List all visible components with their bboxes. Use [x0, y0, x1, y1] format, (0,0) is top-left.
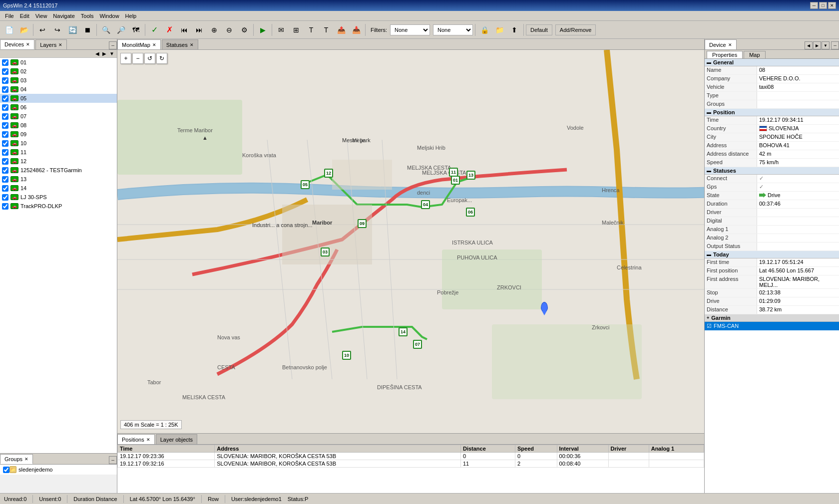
table-row[interactable]: 19.12.17 09:32:16SLOVENIJA: MARIBOR, KOR… [118, 460, 704, 468]
tab-statuses[interactable]: Statuses ✕ [162, 39, 198, 49]
maximize-button[interactable]: □ [819, 2, 827, 9]
section-statuses[interactable]: ▬Statuses [705, 167, 839, 175]
tools2-button[interactable]: ⚙ [237, 23, 251, 37]
panel-dropdown[interactable]: ▼ [108, 50, 116, 57]
close-device-tab[interactable]: ✕ [728, 42, 732, 47]
left-panel-minimize[interactable]: ─ [109, 41, 117, 49]
device-checkbox-10[interactable] [2, 140, 8, 147]
device-checkbox-06[interactable] [2, 104, 8, 111]
section-toggle[interactable]: ▬ [707, 252, 711, 257]
device-checkbox-12[interactable] [2, 158, 8, 165]
t1-button[interactable]: T [304, 23, 318, 37]
vehicle-marker-07[interactable]: 07 [413, 340, 422, 349]
minimize-button[interactable]: ─ [810, 2, 818, 9]
check-button[interactable]: ✓ [147, 23, 161, 37]
tab-layer-objects[interactable]: Layer objects [156, 434, 197, 444]
device-item-06[interactable]: 🚗 06 [0, 103, 117, 112]
tab-groups[interactable]: Groups ✕ [0, 454, 33, 464]
device-item-10[interactable]: 🚗 10 [0, 139, 117, 148]
vehicle-marker-14[interactable]: 14 [399, 327, 408, 336]
vehicle-marker-09[interactable]: 09 [358, 219, 367, 228]
vehicle-marker-04[interactable]: 04 [421, 200, 430, 209]
device-item-11[interactable]: 🚗 11 [0, 148, 117, 157]
groups-minimize[interactable]: ─ [109, 456, 117, 464]
device-checkbox-12524862[interactable] [2, 167, 8, 174]
vehicle-marker-12[interactable]: 12 [324, 169, 333, 178]
device-item-05[interactable]: 🚗 05 [0, 94, 117, 103]
group-checkbox[interactable] [3, 467, 9, 473]
rp-nav-down[interactable]: ▼ [822, 41, 830, 49]
device-item-04[interactable]: 🚗 04 [0, 85, 117, 94]
msg-button[interactable]: ✉ [274, 23, 288, 37]
import-button[interactable]: 📥 [349, 23, 363, 37]
device-item-12[interactable]: 🚗 12 [0, 157, 117, 166]
menu-window[interactable]: Window [96, 12, 122, 19]
device-item-01[interactable]: 🚗 01 [0, 58, 117, 67]
t2-button[interactable]: T [319, 23, 333, 37]
device-item-03[interactable]: 🚗 03 [0, 76, 117, 85]
tab-positions[interactable]: Positions ✕ [117, 434, 155, 444]
tab-monolitmap[interactable]: MonolitMap ✕ [117, 39, 161, 49]
play-button[interactable]: ▶ [256, 23, 270, 37]
device-checkbox-04[interactable] [2, 86, 8, 93]
close-positions-tab[interactable]: ✕ [146, 437, 150, 442]
vehicle-marker-10[interactable]: 10 [342, 351, 351, 360]
vehicle-marker-01[interactable]: 01 [451, 176, 460, 185]
device-item-12524862[interactable]: 🚗 12524862 - TESTGarmin [0, 166, 117, 175]
tab-layers[interactable]: Layers ✕ [35, 39, 67, 49]
device-item-09[interactable]: 🚗 09 [0, 130, 117, 139]
panel-nav-right[interactable]: ▶ [101, 50, 108, 57]
lock-button[interactable]: 🔒 [477, 23, 491, 37]
back2-button[interactable]: ⏮ [177, 23, 191, 37]
device-item-TrackPRO[interactable]: 🚗 TrackPRO-DLKP [0, 202, 117, 211]
refresh-button[interactable]: 🔄 [65, 23, 79, 37]
device-checkbox-11[interactable] [2, 149, 8, 156]
tab-devices[interactable]: Devices ✕ [0, 39, 34, 49]
vehicle-marker-13[interactable]: 13 [466, 171, 475, 180]
forward-button[interactable]: ↪ [50, 23, 64, 37]
menu-edit[interactable]: Edit [17, 12, 32, 19]
device-item-14[interactable]: 🚗 14 [0, 184, 117, 193]
zoom-out-button[interactable]: 🔎 [114, 23, 128, 37]
device-item-08[interactable]: 🚗 08 [0, 121, 117, 130]
section-position[interactable]: ▬Position [705, 109, 839, 116]
close-devices-tab[interactable]: ✕ [26, 42, 30, 47]
table-row[interactable]: 19.12.17 09:23:36SLOVENIJA: MARIBOR, KOR… [118, 453, 704, 460]
filter2-select[interactable]: None [433, 24, 473, 35]
menu-file[interactable]: File [2, 12, 17, 19]
subtab-properties[interactable]: Properties [707, 51, 743, 58]
section-toggle[interactable]: ▬ [707, 110, 711, 115]
device-checkbox-02[interactable] [2, 68, 8, 75]
device-checkbox-14[interactable] [2, 185, 8, 192]
rp-nav-right[interactable]: ▶ [813, 41, 821, 49]
section-general[interactable]: ▬General [705, 59, 839, 66]
vehicle-marker-06[interactable]: 06 [466, 208, 475, 217]
redo-map[interactable]: ↻ [156, 53, 167, 64]
close-layers-tab[interactable]: ✕ [58, 42, 62, 47]
stop-button[interactable]: ⏹ [80, 23, 94, 37]
zoomout2-button[interactable]: ⊖ [222, 23, 236, 37]
device-checkbox-TrackPRO[interactable] [2, 203, 8, 210]
add-remove-button[interactable]: Add/Remove [555, 24, 596, 35]
close-statuses[interactable]: ✕ [190, 42, 194, 47]
panel-nav-left[interactable]: ◀ [94, 50, 101, 57]
zoom-in-button[interactable]: 🔍 [99, 23, 113, 37]
section-toggle[interactable]: ▬ [707, 168, 711, 173]
close-button[interactable]: ✕ [828, 2, 836, 9]
default-button[interactable]: Default [526, 24, 552, 35]
map-container[interactable]: + − ↺ ↻ [117, 50, 704, 433]
section-toggle[interactable]: ▬ [707, 60, 711, 65]
open-button[interactable]: 📂 [17, 23, 31, 37]
zoomin2-button[interactable]: ⊕ [207, 23, 221, 37]
zoom-out-map[interactable]: − [132, 53, 143, 64]
group-item[interactable]: 📁 sledenjedemo [1, 466, 116, 474]
device-checkbox-07[interactable] [2, 113, 8, 120]
menu-view[interactable]: View [32, 12, 50, 19]
menu-help[interactable]: Help [122, 12, 140, 19]
device-item-LJ30SPS[interactable]: 🚗 LJ 30-SPS [0, 193, 117, 202]
close-groups-tab[interactable]: ✕ [24, 457, 28, 462]
garmin-toggle[interactable]: + [707, 315, 709, 320]
filter1-select[interactable]: None [390, 24, 430, 35]
vehicle-marker-11[interactable]: 11 [449, 168, 458, 177]
fms-row[interactable]: ☑FMS-CAN [705, 322, 839, 330]
